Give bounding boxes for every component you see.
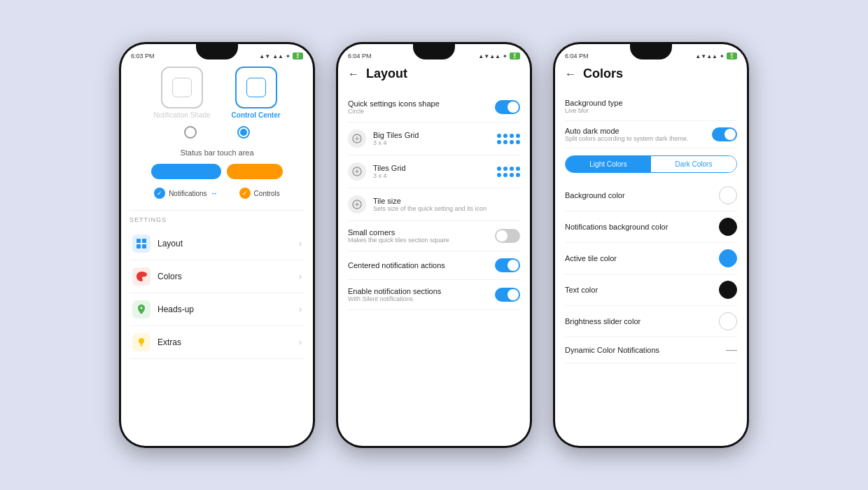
background-type-label: Background type bbox=[565, 99, 623, 107]
divider-1 bbox=[130, 210, 304, 211]
menu-text-layout: Layout bbox=[158, 239, 299, 248]
background-type-sub: Live blur bbox=[565, 107, 623, 114]
layout-item-5: Centered notification actions bbox=[348, 251, 520, 280]
radio-row bbox=[130, 126, 304, 139]
time-1: 6:03 PM bbox=[131, 52, 155, 59]
time-3: 6:04 PM bbox=[565, 52, 589, 59]
menu-arrow-colors: › bbox=[299, 272, 302, 281]
color-label-brightness: Brightness slider color bbox=[565, 317, 640, 326]
check-label-controls: Controls bbox=[254, 190, 280, 197]
color-swatch-active-tile[interactable] bbox=[719, 249, 737, 267]
radio-control[interactable] bbox=[237, 126, 250, 139]
check-icon-controls: ✓ bbox=[239, 188, 251, 199]
bar-blue bbox=[151, 164, 221, 179]
layout-item-1: Big Tiles Grid 3 x 4 bbox=[348, 122, 520, 155]
layout-text-5: Centered notification actions bbox=[348, 261, 495, 270]
tab-light-colors[interactable]: Light Colors bbox=[566, 156, 651, 172]
check-notifications: ✓ Notifications ↔ bbox=[154, 188, 218, 199]
color-item-dynamic[interactable]: Dynamic Color Notifications — bbox=[565, 337, 737, 363]
menu-arrow-extras: › bbox=[299, 337, 302, 347]
status-icons-3: ▲▼▲▲ ✦ 🔋 bbox=[695, 52, 737, 59]
auto-dark-toggle[interactable] bbox=[712, 127, 737, 141]
layout-text-6: Enable notification sections With Silent… bbox=[348, 287, 495, 302]
toggle-4[interactable] bbox=[495, 229, 520, 243]
layout-main-5: Centered notification actions bbox=[348, 261, 495, 270]
color-label-active-tile: Active tile color bbox=[565, 254, 617, 262]
arrow-icon-notifications: ↔ bbox=[211, 189, 218, 197]
phone-1: 6:03 PM ▲▼ ▲▲ ✦ 🔋 Notification Shade bbox=[119, 42, 315, 448]
toggle-6[interactable] bbox=[495, 288, 520, 302]
check-label-notifications: Notifications bbox=[169, 190, 206, 197]
color-item-notifications-bg[interactable]: Notifications background color bbox=[565, 211, 737, 243]
auto-dark-row: Auto dark mode Split colors according to… bbox=[565, 121, 737, 148]
layout-text-2: Tiles Grid 3 x 4 bbox=[373, 164, 497, 179]
color-label-background: Background color bbox=[565, 191, 625, 200]
menu-icon-headsup bbox=[132, 300, 150, 318]
color-item-background[interactable]: Background color bbox=[565, 180, 737, 211]
back-arrow-layout[interactable]: ← bbox=[348, 68, 359, 80]
colors-header: ← Colors bbox=[565, 66, 737, 81]
color-item-active-tile[interactable]: Active tile color bbox=[565, 243, 737, 274]
phone-notch-3 bbox=[630, 44, 672, 59]
layout-main-3: Tile size bbox=[373, 197, 520, 205]
layout-sub-4: Makes the quick tiles section square bbox=[348, 237, 495, 244]
menu-text-colors: Colors bbox=[158, 272, 299, 281]
phone-notch-1 bbox=[196, 44, 238, 59]
back-arrow-colors[interactable]: ← bbox=[565, 68, 576, 80]
svg-rect-3 bbox=[142, 244, 146, 248]
tab-control-center[interactable]: Control Center bbox=[232, 66, 281, 119]
phone-3: 6:04 PM ▲▼▲▲ ✦ 🔋 ← Colors Background typ… bbox=[553, 42, 749, 448]
layout-item-3: Tile size Sets size of the quick setting… bbox=[348, 188, 520, 221]
status-icons-2: ▲▼▲▲ ✦ 🔋 bbox=[478, 52, 520, 59]
check-controls: ✓ Controls bbox=[239, 188, 280, 199]
toggle-5[interactable] bbox=[495, 258, 520, 272]
layout-item-2: Tiles Grid 3 x 4 bbox=[348, 155, 520, 188]
menu-item-extras[interactable]: Extras › bbox=[130, 326, 304, 359]
background-type-row: Background type Live blur bbox=[565, 92, 737, 121]
touch-bars bbox=[130, 164, 304, 179]
more-icon-dynamic: — bbox=[726, 344, 737, 356]
color-swatch-text[interactable] bbox=[719, 281, 737, 299]
tab-notification-shade[interactable]: Notification Shade bbox=[153, 66, 210, 119]
colors-title: Colors bbox=[583, 66, 623, 81]
menu-item-colors[interactable]: Colors › bbox=[130, 260, 304, 293]
toggle-0[interactable] bbox=[495, 100, 520, 114]
tab-label-notification: Notification Shade bbox=[153, 111, 210, 119]
layout-item-4: Small corners Makes the quick tiles sect… bbox=[348, 221, 520, 251]
layout-text-4: Small corners Makes the quick tiles sect… bbox=[348, 228, 495, 244]
layout-main-4: Small corners bbox=[348, 228, 495, 237]
menu-item-headsup[interactable]: Heads-up › bbox=[130, 293, 304, 326]
color-swatch-brightness[interactable] bbox=[719, 312, 737, 330]
color-swatch-background[interactable] bbox=[719, 186, 737, 204]
menu-text-headsup: Heads-up bbox=[158, 304, 299, 314]
phone-notch-2 bbox=[413, 44, 455, 59]
phone1-content: Notification Shade Control Center Status… bbox=[121, 61, 313, 442]
radio-notification[interactable] bbox=[184, 126, 197, 139]
tab-dark-colors[interactable]: Dark Colors bbox=[651, 156, 736, 172]
menu-icon-layout bbox=[132, 234, 150, 253]
layout-main-1: Big Tiles Grid bbox=[373, 131, 497, 139]
color-item-text[interactable]: Text color bbox=[565, 274, 737, 306]
tab-icon-inner-notification bbox=[172, 78, 192, 97]
auto-dark-sub: Split colors according to system dark th… bbox=[565, 135, 706, 142]
background-type-text: Background type Live blur bbox=[565, 99, 623, 114]
menu-icon-colors bbox=[132, 267, 150, 286]
layout-main-0: Quick settings icons shape bbox=[348, 99, 495, 108]
dots-grid-2 bbox=[497, 167, 520, 177]
svg-rect-1 bbox=[142, 239, 146, 243]
color-swatch-notifications-bg[interactable] bbox=[719, 218, 737, 236]
layout-main-2: Tiles Grid bbox=[373, 164, 497, 172]
layout-header: ← Layout bbox=[348, 66, 520, 81]
color-item-brightness[interactable]: Brightness slider color bbox=[565, 306, 737, 337]
tab-icon-control bbox=[235, 66, 277, 108]
menu-arrow-headsup: › bbox=[299, 304, 302, 314]
menu-item-layout[interactable]: Layout › bbox=[130, 227, 304, 260]
layout-title: Layout bbox=[366, 66, 407, 81]
check-icon-notifications: ✓ bbox=[154, 188, 165, 199]
menu-icon-extras bbox=[132, 333, 150, 351]
tab-label-control: Control Center bbox=[232, 111, 281, 119]
svg-point-4 bbox=[139, 338, 144, 344]
auto-dark-text: Auto dark mode Split colors according to… bbox=[565, 127, 706, 142]
settings-label: SETTINGS bbox=[130, 216, 304, 223]
layout-sub-3: Sets size of the quick setting and its i… bbox=[373, 205, 520, 212]
